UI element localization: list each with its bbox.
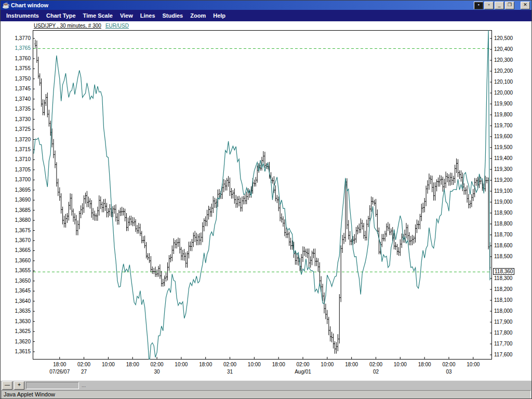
x-axis-time-tick: 18:00 — [266, 362, 291, 367]
x-axis-date-tick: 27 — [72, 369, 97, 375]
right-axis-tick: 117,600 — [494, 352, 521, 358]
right-axis-tick: 119,800 — [494, 112, 521, 118]
left-axis-tick: 1,3725 — [8, 126, 31, 132]
left-axis-tick: 1,3645 — [8, 288, 31, 294]
close-button[interactable]: ✕ — [521, 2, 530, 9]
left-axis-tick: 1,3730 — [8, 116, 31, 123]
x-axis-time-tick: 02:00 — [364, 362, 389, 367]
left-axis-tick: 1,3665 — [8, 247, 31, 254]
left-axis-tick: 1,3740 — [8, 96, 31, 102]
title-bar[interactable]: ☕ Chart window ▪▫_❐✕ — [1, 1, 531, 10]
x-axis-time-tick: 02:00 — [144, 362, 169, 367]
right-axis-tick: 120,200 — [494, 68, 521, 74]
applet-icon-button[interactable]: ▪ — [474, 2, 483, 9]
right-axis-price-marker: 118,360 — [493, 268, 514, 275]
menu-item-time-scale[interactable]: Time Scale — [79, 11, 116, 20]
left-axis-tick: 1,3675 — [8, 228, 31, 234]
status-bar: Java Applet Window — [1, 390, 531, 399]
menu-item-help[interactable]: Help — [209, 11, 229, 20]
x-axis-time-tick: 02:00 — [290, 362, 315, 367]
right-axis-tick: 118,600 — [494, 243, 521, 249]
left-axis-tick: 1,3680 — [8, 217, 31, 223]
detach-button[interactable]: ▫ — [484, 2, 494, 9]
left-axis-price-marker: 1,3765 — [8, 45, 31, 51]
menu-item-chart-type[interactable]: Chart Type — [43, 11, 79, 20]
left-axis-tick: 1,3760 — [8, 56, 31, 62]
left-axis-tick: 1,3755 — [8, 65, 31, 72]
maximize-button[interactable]: ❐ — [505, 2, 514, 9]
line-tool-button[interactable]: — — [2, 381, 12, 390]
toolbar-well — [26, 382, 79, 389]
minimize-button[interactable]: _ — [495, 2, 504, 9]
left-axis-tick: 1,3770 — [8, 35, 31, 42]
left-axis-tick: 1,3655 — [8, 268, 31, 274]
price-chart[interactable] — [33, 30, 492, 360]
left-axis-tick: 1,3635 — [8, 308, 31, 314]
right-axis-tick: 118,000 — [494, 308, 521, 314]
menu-item-studies[interactable]: Studies — [159, 11, 187, 20]
right-axis-tick: 118,300 — [494, 275, 521, 282]
right-axis-tick: 120,500 — [494, 35, 521, 42]
right-axis-tick: 120,000 — [494, 90, 521, 96]
x-axis-time-tick: 18:00 — [339, 362, 364, 367]
x-axis-time-tick: 02:00 — [436, 362, 461, 367]
right-axis-tick: 120,300 — [494, 57, 521, 63]
x-axis-time-tick: 10:00 — [461, 362, 486, 367]
left-axis-tick: 1,3735 — [8, 106, 31, 112]
x-axis-time-tick: 10:00 — [315, 362, 340, 367]
left-axis-tick: 1,3670 — [8, 237, 31, 244]
left-axis-tick: 1,3660 — [8, 258, 31, 264]
right-axis-tick: 117,700 — [494, 341, 521, 347]
x-axis-date-tick: Aug/01 — [290, 369, 315, 375]
menu-item-lines[interactable]: Lines — [137, 11, 159, 20]
right-axis-tick: 119,300 — [494, 166, 521, 172]
status-text: Java Applet Window — [1, 390, 531, 399]
left-axis-tick: 1,3745 — [8, 86, 31, 92]
left-axis-tick: 1,3685 — [8, 207, 31, 214]
x-axis-time-tick: 10:00 — [96, 362, 121, 367]
menu-item-zoom[interactable]: Zoom — [187, 11, 209, 20]
right-axis-tick: 118,800 — [494, 221, 521, 227]
menu-bar: InstrumentsChart TypeTime ScaleViewLines… — [1, 10, 531, 21]
right-axis-tick: 118,900 — [494, 210, 521, 216]
right-axis-tick: 119,200 — [494, 177, 521, 183]
chart-header: USD/JPY , 30 minutes, # 300EUR/USD — [34, 23, 129, 29]
x-axis-time-tick: 18:00 — [120, 362, 145, 367]
x-axis-time-tick: 10:00 — [388, 362, 413, 367]
main-series-label: USD/JPY , 30 minutes, # 300 — [34, 23, 101, 29]
left-axis-tick: 1,3750 — [8, 76, 31, 82]
left-axis-tick: 1,3630 — [8, 318, 31, 325]
chart-window: ☕ Chart window ▪▫_❐✕ InstrumentsChart Ty… — [0, 0, 532, 399]
window-title: Chart window — [11, 2, 48, 8]
left-axis-tick: 1,3720 — [8, 137, 31, 143]
right-axis-tick: 120,100 — [494, 79, 521, 85]
toolbar-ellipsis: ... — [82, 382, 86, 388]
right-axis-tick: 118,700 — [494, 232, 521, 238]
overlay-series-label[interactable]: EUR/USD — [105, 23, 129, 29]
left-axis-tick: 1,3700 — [8, 177, 31, 183]
left-axis-tick: 1,3625 — [8, 328, 31, 335]
x-axis-date-tick: 30 — [144, 369, 169, 375]
left-axis-tick: 1,3690 — [8, 197, 31, 203]
left-axis-tick: 1,3640 — [8, 298, 31, 304]
x-axis-time-tick: 10:00 — [242, 362, 267, 367]
x-axis-time-tick: 18:00 — [412, 362, 437, 367]
right-axis-tick: 117,900 — [494, 319, 521, 325]
left-axis-tick: 1,3705 — [8, 167, 31, 173]
right-axis-tick: 119,700 — [494, 123, 521, 129]
x-axis-time-tick: 10:00 — [169, 362, 194, 367]
left-axis-tick: 1,3650 — [8, 278, 31, 284]
crosshair-tool-button[interactable]: + — [14, 381, 24, 390]
left-axis-tick: 1,3710 — [8, 156, 31, 163]
x-axis-time-tick: 02:00 — [218, 362, 243, 367]
menu-item-view[interactable]: View — [116, 11, 137, 20]
x-axis-time-tick: 18:00 — [193, 362, 218, 367]
left-axis-tick: 1,3615 — [8, 349, 31, 355]
x-axis-date-tick: 02 — [364, 369, 389, 375]
left-axis-tick: 1,3620 — [8, 339, 31, 345]
window-buttons: ▪▫_❐✕ — [474, 2, 530, 9]
right-axis-tick: 119,600 — [494, 134, 521, 140]
java-coffee-icon: ☕ — [2, 2, 9, 9]
menu-item-instruments[interactable]: Instruments — [3, 11, 43, 20]
right-axis-tick: 118,200 — [494, 286, 521, 292]
